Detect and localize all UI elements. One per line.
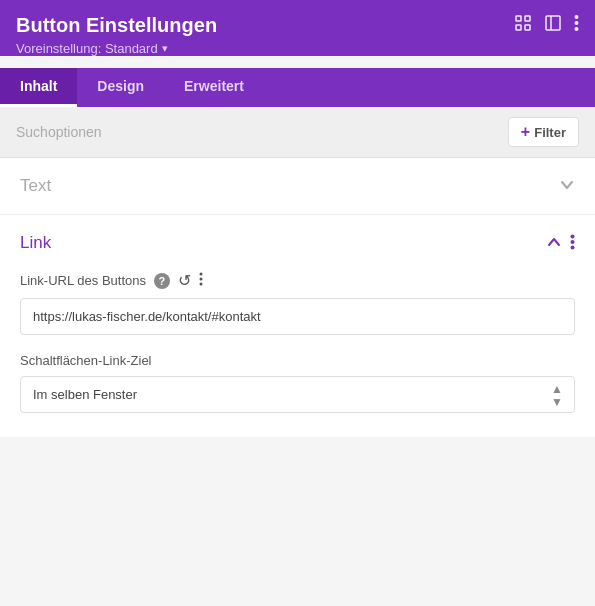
url-field-label-row: Link-URL des Buttons ? ↺: [20, 271, 575, 290]
svg-point-8: [575, 27, 579, 31]
filter-label: Filter: [534, 125, 566, 140]
url-field-label: Link-URL des Buttons: [20, 273, 146, 288]
link-section-collapse-icon[interactable]: [546, 234, 562, 253]
svg-point-7: [575, 21, 579, 25]
tab-bar: Inhalt Design Erweitert: [0, 68, 595, 107]
svg-point-10: [571, 240, 575, 244]
text-section-header[interactable]: Text: [20, 176, 575, 196]
target-select[interactable]: Im selben Fenster In neuem Fenster: [20, 376, 575, 413]
link-section-header: Link: [20, 233, 575, 253]
svg-point-11: [571, 245, 575, 249]
text-section-arrow[interactable]: [559, 177, 575, 196]
svg-point-13: [199, 278, 202, 281]
svg-rect-4: [546, 16, 560, 30]
link-section-actions: [546, 234, 575, 253]
tab-inhalt[interactable]: Inhalt: [0, 68, 77, 107]
more-options-icon[interactable]: [574, 14, 579, 37]
svg-rect-0: [516, 16, 521, 21]
header-top: Button Einstellungen: [16, 14, 579, 37]
url-input[interactable]: [20, 298, 575, 335]
filter-plus-icon: +: [521, 123, 530, 141]
main-content: Text Link: [0, 158, 595, 437]
target-select-wrapper: Im selben Fenster In neuem Fenster ▲ ▼: [20, 376, 575, 413]
link-section-title: Link: [20, 233, 51, 253]
tab-erweitert[interactable]: Erweitert: [164, 68, 264, 107]
svg-rect-3: [525, 25, 530, 30]
link-section: Link Link-URL des Buttons: [0, 215, 595, 437]
url-reset-icon[interactable]: ↺: [178, 271, 191, 290]
svg-rect-2: [516, 25, 521, 30]
fullscreen-icon[interactable]: [514, 14, 532, 37]
svg-point-6: [575, 15, 579, 19]
url-more-icon[interactable]: [199, 272, 203, 289]
text-section-title: Text: [20, 176, 51, 196]
panel-toggle-icon[interactable]: [544, 14, 562, 37]
link-section-more-icon[interactable]: [570, 234, 575, 253]
tab-design[interactable]: Design: [77, 68, 164, 107]
url-help-icon[interactable]: ?: [154, 273, 170, 289]
svg-point-12: [199, 273, 202, 276]
panel-title: Button Einstellungen: [16, 14, 217, 37]
panel-header: Button Einstellungen: [0, 0, 595, 56]
svg-point-14: [199, 283, 202, 286]
search-placeholder[interactable]: Suchoptionen: [16, 124, 508, 140]
svg-point-9: [571, 234, 575, 238]
target-field-label: Schaltflächen-Link-Ziel: [20, 353, 575, 368]
preset-label[interactable]: Voreinstellung: Standard ▾: [16, 41, 579, 56]
header-actions: [514, 14, 579, 37]
svg-rect-1: [525, 16, 530, 21]
preset-dropdown-arrow: ▾: [162, 42, 168, 55]
text-section: Text: [0, 158, 595, 215]
search-bar: Suchoptionen + Filter: [0, 107, 595, 158]
filter-button[interactable]: + Filter: [508, 117, 579, 147]
